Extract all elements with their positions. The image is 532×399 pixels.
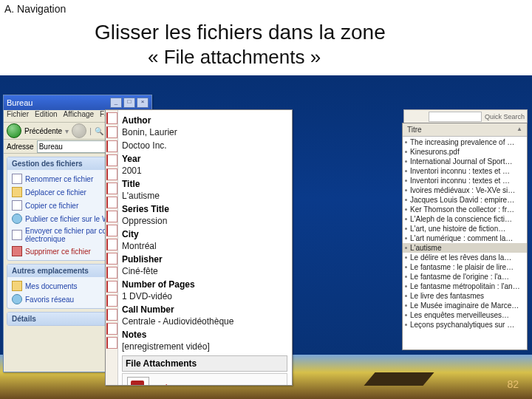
pdf-icon[interactable] <box>106 323 117 335</box>
field-label: Title <box>122 178 287 190</box>
library-row[interactable]: Jacques Louis David : empire… <box>403 195 527 205</box>
slide-title-line2: « File attachments » <box>148 46 321 69</box>
pdf-icon[interactable] <box>106 126 117 138</box>
library-row[interactable]: L'art numérique : comment la… <box>403 233 527 243</box>
menu-edit[interactable]: Edition <box>35 110 58 122</box>
pdf-icon[interactable] <box>106 112 117 124</box>
attachment-thumbnail[interactable] <box>127 377 149 386</box>
library-row[interactable]: Ivoires médiévaux : Ve-XVe si… <box>403 185 527 195</box>
library-row[interactable]: Kinesurons.pdf <box>403 147 527 157</box>
nav-breadcrumb: A. Navigation <box>4 3 66 15</box>
bullet-icon <box>405 189 407 191</box>
minimize-button[interactable]: _ <box>110 98 122 108</box>
field-value[interactable]: L'autisme <box>122 190 287 202</box>
library-row[interactable]: L'art, une histoire de fiction… <box>403 224 527 233</box>
tasks-header-label: Gestion des fichiers <box>12 160 83 168</box>
library-row[interactable]: L'autisme <box>403 243 527 253</box>
place-label: Mes documents <box>25 282 78 290</box>
pdf-icon[interactable] <box>106 183 117 194</box>
field-value[interactable]: Doctoo Inc. <box>122 140 287 151</box>
bullet-icon <box>405 247 407 249</box>
bullet-icon <box>405 295 407 297</box>
file-icon-strip <box>106 110 118 385</box>
field-value[interactable]: 1 DVD-vidéo <box>122 290 287 302</box>
pdf-icon[interactable] <box>106 267 117 279</box>
page-number: 82 <box>507 378 519 390</box>
library-toolbar: Quick Search <box>403 109 528 123</box>
library-row[interactable]: Inventori inconnu : textes et … <box>403 176 527 185</box>
field-value[interactable]: Centrale - Audiovidéothèque <box>122 316 287 327</box>
field-label: Publisher <box>122 253 287 265</box>
place-label: Favoris réseau <box>25 296 74 304</box>
bullet-icon <box>405 304 407 307</box>
sort-asc-icon: ▲ <box>516 126 522 134</box>
bullet-icon <box>405 314 407 316</box>
pdf-icon[interactable] <box>106 211 117 222</box>
file-attachments-dropzone[interactable]: autisme.pdf <box>122 373 287 386</box>
library-row[interactable]: The increasing prevalence of … <box>403 137 527 147</box>
library-row[interactable]: Le délire et les rêves dans la… <box>403 253 527 262</box>
delete-icon <box>12 246 22 256</box>
quick-search-input[interactable] <box>429 112 482 122</box>
pdf-icon[interactable] <box>106 140 117 152</box>
search-icon[interactable]: 🔍 <box>95 127 103 135</box>
library-column-header[interactable]: Titre ▲ <box>403 123 527 137</box>
pdf-icon[interactable] <box>106 225 117 236</box>
library-row[interactable]: Le fantasme de l'origine : l'a… <box>403 272 527 282</box>
slide-title-line1: Glisser les fichiers dans la zone <box>95 21 386 44</box>
library-row[interactable]: Les enquêtes merveilleuses… <box>403 310 527 320</box>
back-label[interactable]: Précédente <box>24 127 62 135</box>
menu-file[interactable]: Fichier <box>7 110 29 122</box>
details-header-label: Détails <box>12 315 36 323</box>
library-row[interactable]: Ker Thomson the collector : fr… <box>403 205 527 214</box>
move-icon <box>12 187 22 197</box>
arrow-left-annotation <box>157 384 208 386</box>
pdf-icon[interactable] <box>106 253 117 265</box>
pdf-icon[interactable] <box>106 197 117 208</box>
library-row[interactable]: Le Musée imaginaire de Marce… <box>403 301 527 310</box>
bullet-icon <box>405 141 407 143</box>
bullet-icon <box>405 256 407 259</box>
pdf-icon[interactable] <box>106 154 117 166</box>
field-value[interactable]: Montréal <box>122 240 287 252</box>
copy-icon <box>12 200 22 211</box>
back-icon[interactable] <box>7 123 21 138</box>
library-row[interactable]: L'Aleph de la conscience ficti… <box>403 214 527 224</box>
library-row[interactable]: Inventori inconnu : textes et … <box>403 166 527 176</box>
pdf-icon[interactable] <box>106 337 117 349</box>
menu-view[interactable]: Affichage <box>64 110 95 122</box>
field-label: Series Title <box>122 203 287 215</box>
library-row[interactable]: International Journal of Sport… <box>403 157 527 166</box>
close-button[interactable]: × <box>137 98 149 108</box>
separator: | <box>89 127 92 135</box>
pdf-icon[interactable] <box>106 168 117 180</box>
pdf-icon[interactable] <box>106 295 117 307</box>
explorer-title: Bureau <box>7 98 33 107</box>
field-label: Notes <box>122 329 287 341</box>
library-row[interactable]: Le livre des fantasmes <box>403 291 527 301</box>
maximize-button[interactable]: □ <box>123 98 135 108</box>
task-label: Copier ce fichier <box>25 202 78 210</box>
field-value[interactable]: Ciné-fête <box>122 265 287 277</box>
pdf-icon[interactable] <box>106 239 117 250</box>
library-row[interactable]: Le fantasme : le plaisir de lire… <box>403 262 527 272</box>
task-label: Supprimer ce fichier <box>25 248 91 256</box>
file-attachments-label: File Attachments <box>122 355 287 372</box>
pdf-icon[interactable] <box>106 309 117 321</box>
field-value[interactable]: Bonin, Laurier <box>122 126 287 138</box>
explorer-titlebar[interactable]: Bureau _ □ × <box>4 95 151 110</box>
field-value[interactable]: 2001 <box>122 165 287 177</box>
bullet-icon <box>405 170 407 172</box>
web-icon <box>12 214 22 224</box>
library-row[interactable]: Leçons psychanalytiques sur … <box>403 320 527 330</box>
library-row[interactable]: Le fantasme métropolitain : l'an… <box>403 282 527 291</box>
field-value[interactable]: [enregistrement vidéo] <box>122 341 287 352</box>
field-label: City <box>122 228 287 240</box>
places-header-label: Autres emplacements <box>12 267 89 275</box>
title-area: A. Navigation Glisser les fichiers dans … <box>0 0 532 75</box>
field-value[interactable]: Oppression <box>122 215 287 227</box>
pdf-icon[interactable] <box>106 281 117 293</box>
network-icon <box>12 294 22 304</box>
shadow-decoration <box>364 372 434 386</box>
address-label: Adresse <box>7 143 34 151</box>
